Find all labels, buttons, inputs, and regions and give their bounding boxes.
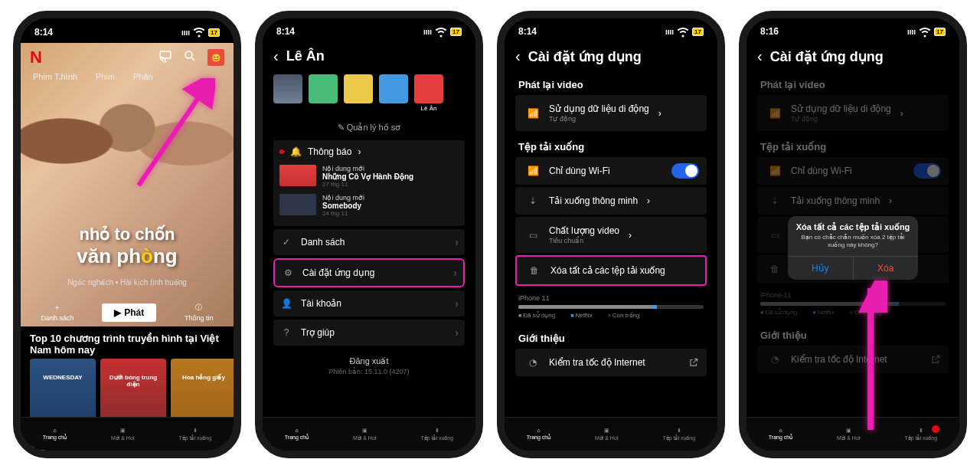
profile-3[interactable] (344, 74, 373, 103)
cast-icon[interactable] (158, 49, 172, 66)
dialog-message: Bạn có chắc chắn muốn xóa 2 tệp tải xuốn… (788, 234, 918, 256)
chevron-icon: › (455, 326, 459, 339)
play-button[interactable]: ▶Phát (102, 303, 156, 322)
external-link-icon (688, 357, 699, 368)
page-title: Cài đặt ứng dụng (770, 48, 884, 65)
dialog-title: Xóa tất cả các tệp tải xuống (788, 216, 918, 234)
wifi-icon (434, 25, 448, 38)
battery-icon: 17 (208, 28, 220, 37)
notifications-section[interactable]: 🔔Thông báo› Nội dung mớiNhững Cô Vợ Hành… (273, 140, 465, 226)
cat-tvshows[interactable]: Phim T.hình (33, 72, 77, 81)
smart-downloads-row[interactable]: ⇣Tải xuống thông minh› (515, 187, 707, 215)
pencil-icon: ✎ (338, 123, 347, 132)
profile-1[interactable] (273, 74, 302, 103)
smart-download-icon: ⇣ (526, 195, 540, 206)
phone-3-settings: 8:14 ıııı17 ‹Cài đặt ứng dụng Phát lại v… (497, 11, 725, 458)
trash-icon: 🗑 (768, 264, 782, 274)
add-to-list-button[interactable]: ＋Danh sách (41, 303, 74, 322)
hero-tags: Ngốc nghếch • Hài kịch tình huống (21, 278, 234, 287)
new-icon: ▣ (846, 428, 851, 434)
new-icon: ▣ (120, 428, 126, 434)
cancel-button[interactable]: Hủy (788, 257, 853, 280)
manage-profiles-button[interactable]: ✎ Quản lý hồ sơ (263, 118, 475, 140)
tab-downloads[interactable]: ⬇Tệp tải xuống (178, 428, 211, 441)
help-icon: ? (279, 327, 293, 338)
version-label: Phiên bản: 15.11.0 (4207) (263, 368, 475, 376)
tab-home[interactable]: ⌂Trang chủ (285, 428, 309, 441)
tab-home[interactable]: ⌂Trang chủ (527, 428, 550, 441)
tab-downloads[interactable]: ⬇Tệp tải xuống (662, 428, 695, 441)
tab-new[interactable]: ▣Mới & Hot (111, 428, 135, 441)
tab-downloads[interactable]: ⬇Tệp tải xuống (420, 428, 453, 441)
cat-movies[interactable]: Phim (96, 72, 115, 81)
notification-item-1[interactable]: Nội dung mớiNhững Cô Vợ Hành Động27 thg … (279, 162, 459, 191)
signal-icon: ıııı (665, 28, 674, 36)
annotation-arrow (854, 280, 887, 437)
signal-bars-icon: 📶 (768, 108, 782, 119)
chevron-icon: › (358, 146, 361, 157)
tab-home[interactable]: ⌂Trang chủ (43, 428, 67, 441)
profile-4[interactable] (379, 74, 408, 103)
status-time: 8:14 (276, 26, 295, 37)
external-link-icon (930, 354, 941, 365)
storage-bar (760, 302, 946, 306)
notif-thumb (279, 194, 316, 215)
section-title: Top 10 chương trình truyền hình tại Việt… (21, 326, 234, 359)
back-button[interactable]: ‹ (273, 48, 279, 65)
tab-downloads[interactable]: ⬇Tệp tải xuống (904, 428, 937, 441)
tab-bar: ⌂Trang chủ ▣Mới & Hot ⬇Tệp tải xuống (746, 417, 959, 451)
logout-button[interactable]: Đăng xuất (263, 349, 475, 368)
wifi-icon: 📶 (768, 166, 782, 176)
svg-point-1 (185, 51, 192, 58)
chevron-icon: › (647, 195, 650, 206)
section-playback: Phát lại video (505, 71, 717, 95)
cellular-data-row[interactable]: 📶Sử dụng dữ liệu di độngTự động› (515, 95, 707, 131)
account-row[interactable]: 👤Tài khoản› (273, 290, 465, 316)
page-title: Lê Ân (286, 48, 325, 64)
tab-bar: ⌂Trang chủ ▣Mới & Hot ⬇Tệp tải xuống (505, 417, 717, 451)
wifi-only-toggle[interactable] (671, 163, 699, 179)
video-quality-row[interactable]: ▭Chất lượng videoTiêu chuẩn› (515, 217, 707, 253)
phone-1-home: 8:14 ıııı 17 N 😊 Phim T.hình Phim Phân n… (13, 11, 241, 458)
info-icon: ⓘ (195, 303, 202, 313)
tab-bar: ⌂Trang chủ ▣Mới & Hot ⬇Tệp tải xuống (21, 417, 234, 451)
profile-avatar[interactable]: 😊 (207, 49, 224, 66)
wifi-only-row[interactable]: 📶Chỉ dùng Wi-Fi (515, 157, 707, 185)
signal-icon: ıııı (423, 28, 432, 36)
battery-icon: 17 (934, 28, 946, 36)
confirm-dialog: Xóa tất cả các tệp tải xuống Bạn có chắc… (788, 216, 918, 280)
profile-5-active[interactable] (414, 74, 443, 103)
notification-dot (279, 149, 284, 154)
new-icon: ▣ (362, 428, 368, 434)
tab-new[interactable]: ▣Mới & Hot (353, 428, 377, 441)
back-button[interactable]: ‹ (515, 48, 521, 65)
video-icon: ▭ (768, 230, 782, 241)
tab-new[interactable]: ▣Mới & Hot (595, 428, 619, 441)
chevron-icon: › (900, 108, 903, 119)
tab-home[interactable]: ⌂Trang chủ (769, 428, 792, 441)
wifi-only-row: 📶Chỉ dùng Wi-Fi (757, 157, 949, 185)
phone-2-profile: 8:14 ıııı17 ‹ Lê Ân Lê Ân ✎ Quản lý hồ s… (255, 11, 483, 458)
wifi-icon (676, 25, 690, 38)
back-button[interactable]: ‹ (757, 48, 763, 65)
signal-icon: ıııı (181, 28, 190, 37)
app-settings-row[interactable]: ⚙Cài đặt ứng dụng› (273, 258, 465, 287)
signal-icon: ıııı (907, 28, 916, 36)
profile-switcher: Lê Ân (263, 71, 475, 118)
search-icon[interactable] (183, 49, 197, 66)
plus-icon: ＋ (54, 303, 60, 313)
netflix-logo: N (30, 48, 42, 67)
profile-2[interactable] (309, 74, 338, 103)
speed-test-row[interactable]: ◔Kiểm tra tốc độ Internet (515, 349, 707, 376)
bell-icon: 🔔 (290, 146, 302, 157)
my-list-row[interactable]: ✓Danh sách› (273, 229, 465, 255)
delete-button[interactable]: Xóa (853, 257, 919, 280)
delete-all-downloads-row[interactable]: 🗑Xóa tất cả các tệp tải xuống (515, 255, 707, 286)
hero-title: nhỏ to chốn văn phòng (21, 225, 234, 268)
status-time: 8:14 (518, 26, 537, 37)
smart-downloads-row: ⇣Tải xuống thông minh› (757, 187, 949, 215)
help-row[interactable]: ?Trợ giúp› (273, 320, 465, 346)
info-button[interactable]: ⓘThông tin (185, 303, 214, 322)
storage-info: iPhone 11 Đã sử dụngNetflixCòn trống (746, 285, 959, 322)
notification-item-2[interactable]: Nội dung mớiSomebody24 thg 11 (279, 191, 459, 220)
